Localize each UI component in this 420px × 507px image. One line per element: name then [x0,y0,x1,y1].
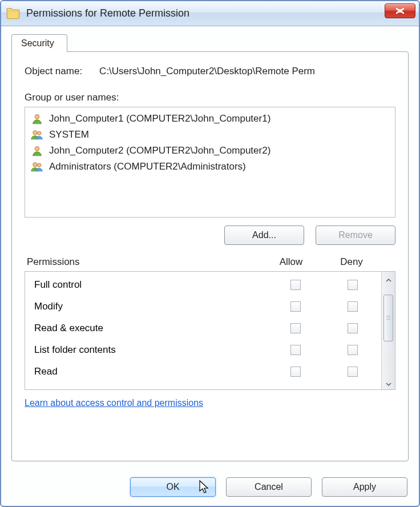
remove-button: Remove [316,226,395,245]
ok-button[interactable]: OK [130,477,216,497]
list-item[interactable]: SYSTEM [30,127,390,143]
permissions-scrollbar[interactable] [381,272,395,389]
list-item[interactable]: Administrators (COMPUTER2\Administrators… [30,159,390,175]
chevron-down-icon [386,378,391,388]
svg-point-1 [33,131,37,135]
object-name-row: Object name: C:\Users\John_Computer2\Des… [25,66,395,77]
permission-name: Modify [34,301,267,312]
tab-security[interactable]: Security [11,34,67,52]
list-item-label: SYSTEM [49,129,89,140]
learn-link[interactable]: Learn about access control and permissio… [25,398,203,408]
group-user-label: Group or user names: [25,92,395,103]
close-button[interactable] [385,3,415,18]
cancel-button[interactable]: Cancel [226,477,312,497]
permissions-col-deny: Deny [321,256,382,268]
titlebar[interactable]: Permissions for Remote Permission [1,1,419,26]
users-icon [31,128,43,141]
object-name-value: C:\Users\John_Computer2\Desktop\Remote P… [99,66,315,77]
dialog-footer: OK Cancel Apply [1,469,419,506]
help-link-row: Learn about access control and permissio… [25,398,395,408]
client-area: Security Object name: C:\Users\John_Comp… [1,26,419,469]
svg-point-3 [35,146,39,151]
scroll-down-button[interactable] [382,376,395,389]
allow-checkbox[interactable] [290,345,301,355]
permission-row: List folder contents [34,339,381,361]
object-name-label: Object name: [25,66,82,77]
permission-name: Read [34,366,267,377]
permissions-list: Full controlModifyRead & executeList fol… [25,271,395,390]
svg-point-2 [37,131,41,135]
allow-checkbox[interactable] [290,280,301,290]
svg-point-4 [33,163,37,167]
folder-icon [6,6,21,21]
user-icon [31,144,43,157]
permission-name: Full control [34,279,267,291]
permission-row: Read & execute [34,317,381,339]
permissions-dialog: Permissions for Remote Permission Securi… [0,0,420,507]
window-title: Permissions for Remote Permission [26,7,189,19]
permissions-header: Permissions Allow Deny [25,256,395,271]
permissions-scroll-area: Full controlModifyRead & executeList fol… [25,272,381,389]
apply-button[interactable]: Apply [322,477,407,497]
group-user-list[interactable]: John_Computer1 (COMPUTER2\John_Computer1… [25,107,395,218]
deny-checkbox[interactable] [348,345,358,355]
permissions-col-allow: Allow [261,256,321,268]
permissions-col-name: Permissions [27,256,261,268]
permission-name: Read & execute [34,323,267,334]
tab-panel-security: Object name: C:\Users\John_Computer2\Des… [11,51,409,461]
list-item[interactable]: John_Computer2 (COMPUTER2\John_Computer2… [30,143,390,159]
deny-checkbox[interactable] [348,323,358,333]
users-icon [31,160,43,173]
deny-checkbox[interactable] [348,280,358,290]
deny-checkbox[interactable] [348,301,358,312]
add-button[interactable]: Add... [224,226,304,245]
list-item-label: John_Computer1 (COMPUTER2\John_Computer1… [49,113,270,124]
svg-point-5 [37,163,41,167]
allow-checkbox[interactable] [290,323,301,333]
deny-checkbox[interactable] [348,367,358,377]
allow-checkbox[interactable] [290,301,301,312]
list-item-label: John_Computer2 (COMPUTER2\John_Computer2… [49,145,270,156]
permission-name: List folder contents [34,344,267,356]
permission-row: Modify [34,296,381,317]
permission-row: Full control [34,274,381,296]
svg-point-0 [35,114,39,119]
scrollbar-thumb[interactable] [383,295,393,341]
tabstrip: Security [11,34,409,51]
scroll-up-button[interactable] [382,272,395,285]
list-item-label: Administrators (COMPUTER2\Administrators… [49,161,246,172]
user-buttons-row: Add... Remove [25,226,395,245]
user-icon [31,112,43,125]
close-icon [395,6,405,16]
scrollbar-track[interactable] [382,285,395,376]
allow-checkbox[interactable] [290,367,301,377]
chevron-up-icon [386,274,391,284]
list-item[interactable]: John_Computer1 (COMPUTER2\John_Computer1… [30,111,390,127]
permission-row: Read [34,361,381,383]
